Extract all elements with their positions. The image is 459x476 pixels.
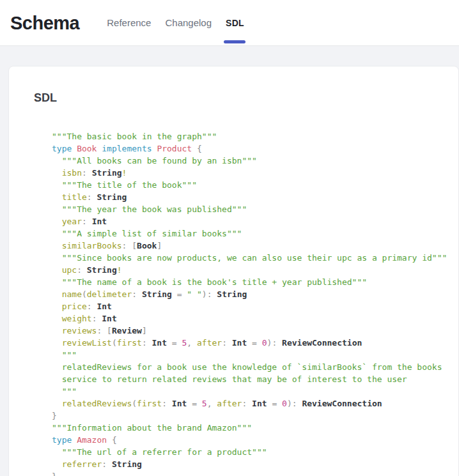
tab-reference-label: Reference <box>107 17 151 28</box>
code-line: } <box>52 410 452 422</box>
code-line: """The year the book was published""" <box>52 203 452 215</box>
tab-sdl[interactable]: SDL <box>219 0 251 46</box>
page-title: Schema <box>10 0 79 46</box>
code-line: """ <box>52 349 452 361</box>
sdl-code-block: """The basic book in the graph"""type Bo… <box>52 130 452 476</box>
sdl-card: SDL """The basic book in the graph"""typ… <box>8 66 459 476</box>
code-line: """The title of the book""" <box>52 179 452 191</box>
code-line: """Since books are now products, we can … <box>52 252 452 264</box>
code-line: """ <box>52 385 452 397</box>
code-line: relatedReviews for a book use the knowle… <box>52 361 452 373</box>
code-line: """The name of a book is the book's titl… <box>52 276 452 288</box>
tab-reference[interactable]: Reference <box>100 0 158 46</box>
code-line: service to return related reviews that m… <box>52 373 452 385</box>
sdl-heading: SDL <box>34 91 452 105</box>
code-line: upc: String! <box>52 264 452 276</box>
schema-header: Schema Reference Changelog SDL <box>0 0 459 46</box>
code-line: similarBooks: [Book] <box>52 240 452 252</box>
code-line: type Amazon { <box>52 434 452 446</box>
code-line: title: String <box>52 191 452 203</box>
tab-changelog-label: Changelog <box>165 17 212 28</box>
code-line: """Information about the brand Amazon""" <box>52 422 452 434</box>
code-line: """A simple list of similar books""" <box>52 227 452 240</box>
code-line: type Book implements Product { <box>52 142 452 155</box>
tab-changelog[interactable]: Changelog <box>158 0 219 46</box>
code-line: """The basic book in the graph""" <box>52 130 452 142</box>
code-line: year: Int <box>52 215 452 227</box>
code-line: referrer: String <box>52 458 452 470</box>
tab-sdl-label: SDL <box>226 18 244 28</box>
code-line: weight: Int <box>52 312 452 325</box>
code-line: } <box>52 470 452 476</box>
code-line: """The url of a referrer for a product""… <box>52 446 452 458</box>
code-line: reviewList(first: Int = 5, after: Int = … <box>52 337 452 349</box>
code-line: reviews: [Review] <box>52 325 452 337</box>
code-line: relatedReviews(first: Int = 5, after: In… <box>52 397 452 410</box>
tab-bar: Reference Changelog SDL <box>100 0 251 46</box>
code-line: price: Int <box>52 300 452 312</box>
code-line: name(delimeter: String = " "): String <box>52 288 452 300</box>
code-line: """All books can be found by an isbn""" <box>52 155 452 167</box>
code-line: isbn: String! <box>52 167 452 179</box>
active-tab-indicator <box>224 40 245 43</box>
